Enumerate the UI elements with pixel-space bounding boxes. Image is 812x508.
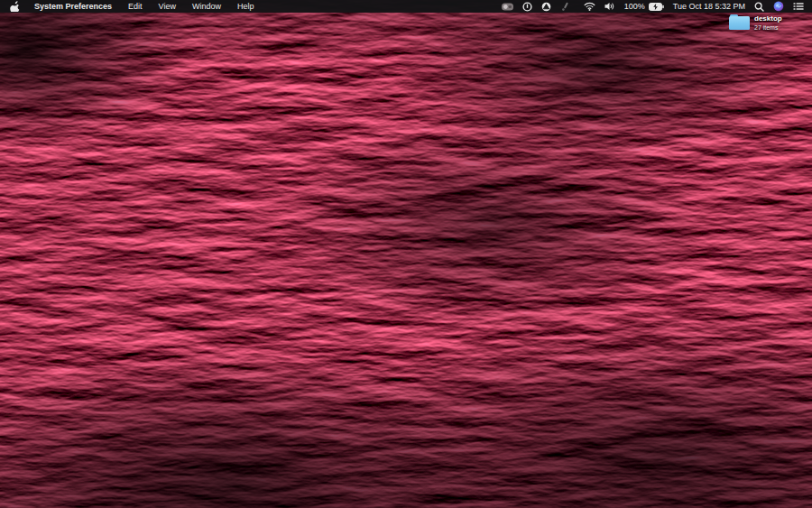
battery-charging-icon (649, 3, 664, 11)
battery-status[interactable]: 100% (620, 0, 669, 13)
desktop: System Preferences Edit View Window Help (0, 0, 812, 508)
folder-name-label: desktop (754, 14, 782, 23)
circle-power-icon[interactable] (518, 0, 537, 13)
battery-percent-label: 100% (624, 0, 645, 13)
folder-item-count-label: 27 items (754, 23, 782, 32)
wallpaper-red-waves (0, 0, 812, 508)
menu-bar: System Preferences Edit View Window Help (0, 0, 812, 13)
folder-body (729, 16, 750, 30)
siri-icon[interactable] (769, 0, 789, 13)
triangle-badge-icon[interactable] (537, 0, 556, 13)
wifi-icon[interactable] (579, 0, 600, 13)
volume-icon[interactable] (600, 0, 620, 13)
screen-capture-icon[interactable] (497, 0, 518, 13)
menu-window[interactable]: Window (184, 0, 229, 13)
folder-icon[interactable] (729, 14, 750, 30)
spotlight-search-icon[interactable] (750, 0, 769, 13)
notification-center-icon[interactable] (789, 0, 806, 13)
brush-icon[interactable] (556, 0, 574, 13)
menu-help[interactable]: Help (229, 0, 263, 13)
menu-edit[interactable]: Edit (120, 0, 151, 13)
apple-logo-icon (10, 1, 20, 12)
app-menu-system-preferences[interactable]: System Preferences (26, 0, 120, 13)
apple-menu[interactable] (0, 0, 26, 13)
desktop-folder[interactable]: desktop 27 items (729, 14, 782, 32)
menu-bar-clock[interactable]: Tue Oct 18 5:32 PM (669, 0, 750, 13)
menu-view[interactable]: View (151, 0, 184, 13)
